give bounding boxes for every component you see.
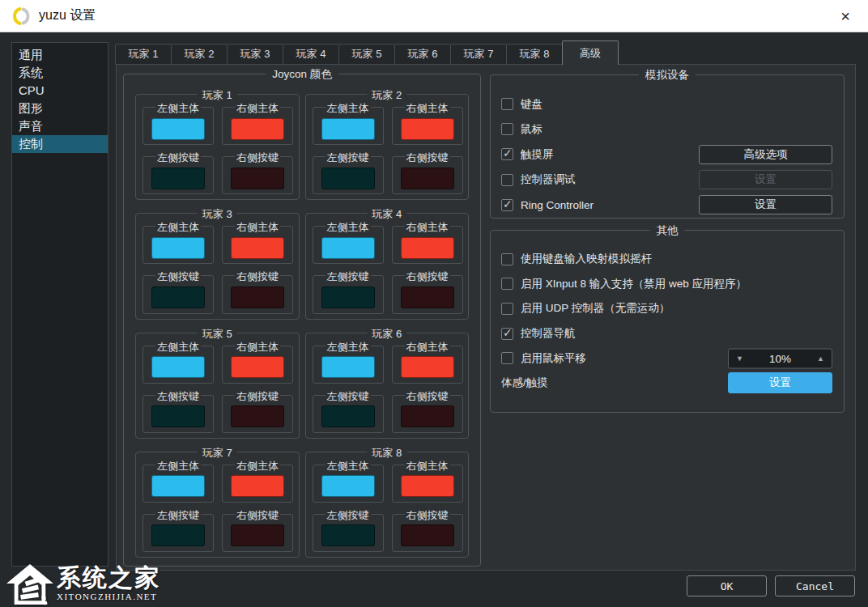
tab-player-7[interactable]: 玩家 7 (450, 44, 507, 65)
player-3-right-buttons-color-button[interactable] (231, 287, 284, 308)
debug-settings-button: 设置 (699, 170, 832, 189)
keyboard-checkbox[interactable] (501, 98, 513, 110)
advanced-options-button[interactable]: 高级选项 (699, 145, 832, 164)
player-3-left-body-color-button[interactable] (151, 237, 205, 259)
sidebar-item-system[interactable]: 系统 (12, 64, 108, 82)
player-6-right-body-color-button[interactable] (401, 356, 454, 378)
player-1-color-box: 玩家 1左侧主体右侧主体左侧按键右侧按键 (135, 94, 300, 200)
player-1-left-buttons-color-button[interactable] (151, 168, 205, 189)
controller-navigation-checkbox[interactable]: ✓ (501, 328, 513, 340)
motion-touch-settings-button[interactable]: 设置 (728, 372, 832, 393)
player-1-left-body-color-button[interactable] (151, 118, 205, 140)
player-4-left-buttons-color-button[interactable] (321, 287, 375, 308)
tab-player-8[interactable]: 玩家 8 (506, 44, 563, 65)
player-4-left-body-color-button[interactable] (321, 237, 375, 259)
player-1-right-buttons-color-button[interactable] (231, 168, 284, 189)
player-5-right-body-color-button[interactable] (231, 356, 284, 378)
right-body-label: 右侧主体 (405, 220, 450, 235)
player-8-right-buttons-color-button[interactable] (401, 524, 454, 546)
player-7-right-body-color-button[interactable] (231, 475, 284, 497)
spin-down-icon[interactable]: ▼ (729, 354, 743, 363)
sidebar-item-controls[interactable]: 控制 (12, 135, 108, 153)
player-6-right-buttons-color-button[interactable] (401, 405, 454, 427)
close-icon[interactable]: × (834, 8, 857, 24)
yuzu-logo-icon (11, 6, 32, 26)
right-buttons-label: 右侧按键 (405, 508, 450, 523)
right-body-label: 右侧主体 (235, 220, 280, 235)
player-6-left-buttons-color-button[interactable] (321, 405, 375, 427)
sidebar-item-general[interactable]: 通用 (12, 46, 108, 64)
tab-advanced[interactable]: 高级 (562, 40, 619, 65)
controller-navigation-row: ✓控制器导航 (501, 321, 832, 346)
touchscreen-checkbox[interactable]: ✓ (501, 148, 513, 160)
tab-player-6[interactable]: 玩家 6 (394, 44, 451, 65)
player-7-right-buttons-color-button[interactable] (231, 524, 284, 546)
player-5-left-buttons-color-button[interactable] (151, 405, 205, 427)
tab-player-5[interactable]: 玩家 5 (338, 44, 395, 65)
player-2-right-body-color-button[interactable] (401, 118, 454, 140)
player-2-right-buttons-color-button[interactable] (401, 168, 454, 189)
spin-up-icon[interactable]: ▲ (817, 354, 832, 363)
sidebar-item-audio[interactable]: 声音 (12, 117, 108, 135)
left-body-label: 左侧主体 (326, 101, 371, 116)
mouse-panning-row: 启用鼠标平移▼10%▲ (501, 346, 832, 371)
player-5-right-buttons-color-button[interactable] (231, 405, 284, 427)
stick-from-keyboard-label: 使用键盘输入映射模拟摇杆 (521, 252, 652, 266)
player-2-left-body-color-button[interactable] (321, 118, 375, 140)
controller-debug-checkbox[interactable] (501, 174, 513, 186)
right-buttons-label: 右侧按键 (405, 270, 450, 284)
left-body-swatch-group: 左侧主体 (143, 346, 214, 384)
player-4-right-body-color-button[interactable] (401, 237, 454, 259)
player-4-right-buttons-color-button[interactable] (401, 287, 454, 308)
mouse-panning-checkbox[interactable] (501, 352, 513, 364)
right-buttons-swatch-group: 右侧按键 (222, 275, 293, 313)
player-5-left-body-color-button[interactable] (151, 356, 205, 378)
udp-controller-checkbox[interactable] (501, 303, 513, 315)
left-body-swatch-group: 左侧主体 (313, 107, 384, 145)
left-buttons-label: 左侧按键 (155, 389, 201, 404)
player-8-left-buttons-color-button[interactable] (321, 524, 375, 546)
player-2-left-buttons-color-button[interactable] (321, 168, 375, 189)
player-3-right-body-color-button[interactable] (231, 237, 284, 259)
player-8-left-body-color-button[interactable] (321, 475, 375, 497)
left-body-swatch-group: 左侧主体 (143, 107, 214, 145)
tab-player-2[interactable]: 玩家 2 (171, 44, 228, 65)
ring-controller-checkbox[interactable]: ✓ (501, 199, 513, 211)
watermark-title: 系统之家 (57, 565, 160, 591)
tab-player-3[interactable]: 玩家 3 (227, 44, 283, 65)
mouse-panning-label: 启用鼠标平移 (521, 351, 586, 366)
xinput8-checkbox[interactable] (501, 278, 513, 290)
player-7-left-buttons-color-button[interactable] (151, 524, 205, 546)
right-buttons-swatch-group: 右侧按键 (222, 156, 293, 194)
right-body-swatch-group: 右侧主体 (392, 346, 463, 384)
player-1-right-body-color-button[interactable] (231, 118, 284, 140)
ring-settings-button[interactable]: 设置 (699, 195, 832, 214)
player-box-title: 玩家 2 (367, 88, 406, 103)
sidebar-item-graphics[interactable]: 图形 (12, 100, 108, 117)
cancel-button[interactable]: Cancel (775, 575, 855, 596)
player-7-left-body-color-button[interactable] (151, 475, 205, 497)
stick-from-keyboard-checkbox[interactable] (501, 253, 513, 265)
player-3-left-buttons-color-button[interactable] (151, 287, 205, 308)
player-8-right-body-color-button[interactable] (401, 475, 454, 497)
player-swatches: 左侧主体右侧主体左侧按键右侧按键 (143, 226, 292, 313)
mouse-panning-sensitivity-spinbox[interactable]: ▼10%▲ (728, 348, 832, 368)
left-body-swatch-group: 左侧主体 (313, 465, 384, 503)
right-body-label: 右侧主体 (405, 101, 450, 116)
sidebar-item-cpu[interactable]: CPU (12, 82, 108, 100)
right-buttons-label: 右侧按键 (235, 389, 280, 404)
tab-player-1[interactable]: 玩家 1 (115, 44, 172, 65)
xinput8-row: 启用 XInput 8 输入支持（禁用 web 应用程序） (501, 272, 832, 297)
right-buttons-label: 右侧按键 (405, 389, 450, 404)
left-buttons-swatch-group: 左侧按键 (143, 395, 214, 433)
mouse-checkbox[interactable] (501, 123, 513, 135)
other-group-title: 其他 (650, 223, 685, 238)
check-icon: ✓ (503, 326, 513, 339)
tab-player-4[interactable]: 玩家 4 (283, 44, 339, 65)
right-buttons-swatch-group: 右侧按键 (392, 395, 463, 433)
left-buttons-swatch-group: 左侧按键 (143, 156, 214, 194)
player-6-left-body-color-button[interactable] (321, 356, 375, 378)
ok-button[interactable]: OK (687, 575, 767, 596)
motion-touch-row: 体感/触摸设置 (501, 371, 832, 396)
udp-controller-label: 启用 UDP 控制器（无需运动） (521, 301, 670, 316)
